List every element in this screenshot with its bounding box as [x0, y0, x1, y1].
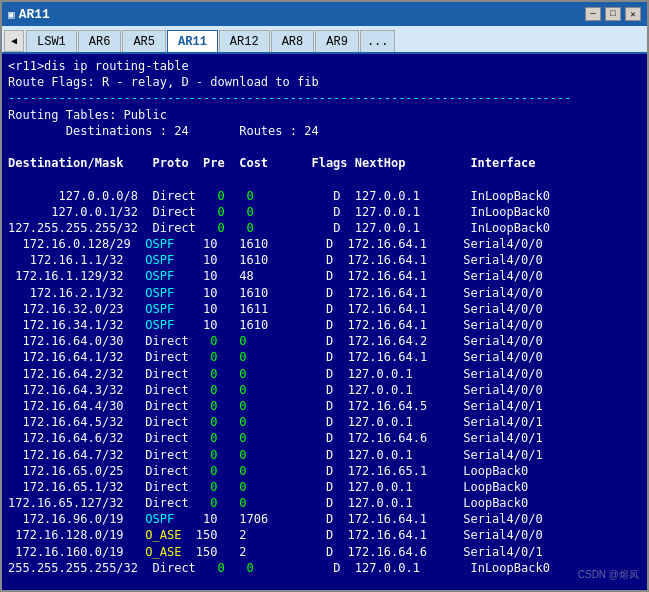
title-bar-left: ▣ AR11 [8, 7, 50, 22]
tab-more[interactable]: ... [360, 30, 396, 52]
tab-ar8[interactable]: AR8 [271, 30, 315, 52]
title-bar-controls: ─ □ ✕ [585, 7, 641, 21]
terminal-content: <r11>dis ip routing-table Route Flags: R… [8, 58, 641, 576]
maximize-button[interactable]: □ [605, 7, 621, 21]
close-button[interactable]: ✕ [625, 7, 641, 21]
terminal[interactable]: <r11>dis ip routing-table Route Flags: R… [2, 54, 647, 590]
window-icon: ▣ [8, 8, 15, 21]
main-window: ▣ AR11 ─ □ ✕ ◀ LSW1 AR6 AR5 AR11 AR12 AR… [0, 0, 649, 592]
tab-nav-back[interactable]: ◀ [4, 30, 24, 52]
content-area: <r11>dis ip routing-table Route Flags: R… [2, 54, 647, 590]
terminal-wrapper: <r11>dis ip routing-table Route Flags: R… [2, 54, 647, 590]
watermark: CSDN @熔凤 [578, 568, 639, 582]
tab-lsw1[interactable]: LSW1 [26, 30, 77, 52]
minimize-button[interactable]: ─ [585, 7, 601, 21]
window-title: AR11 [19, 7, 50, 22]
tabs-bar: ◀ LSW1 AR6 AR5 AR11 AR12 AR8 AR9 ... [2, 26, 647, 54]
tab-ar12[interactable]: AR12 [219, 30, 270, 52]
title-bar: ▣ AR11 ─ □ ✕ [2, 2, 647, 26]
tab-ar5[interactable]: AR5 [122, 30, 166, 52]
tab-ar11[interactable]: AR11 [167, 30, 218, 52]
tab-ar9[interactable]: AR9 [315, 30, 359, 52]
tab-ar6[interactable]: AR6 [78, 30, 122, 52]
